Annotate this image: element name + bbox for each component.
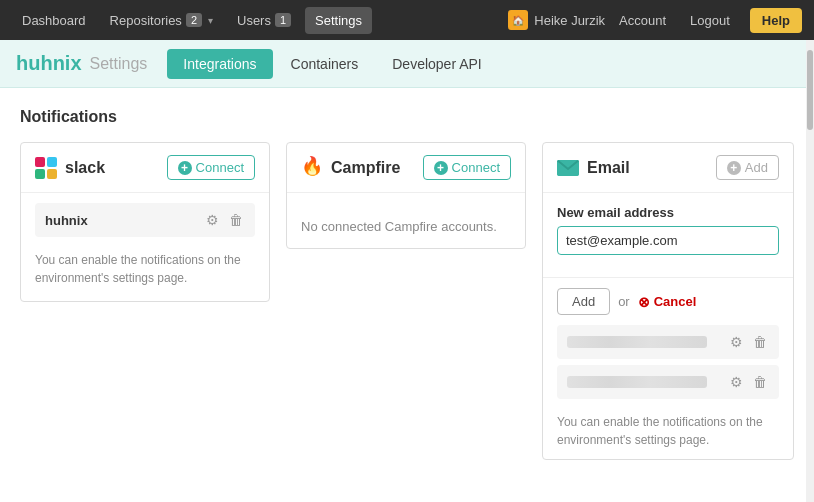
- slack-connect-plus-icon: +: [178, 161, 192, 175]
- slack-icon-q3: [35, 169, 45, 179]
- avatar-initials: 🏠: [512, 15, 524, 26]
- users-badge: 1: [275, 13, 291, 27]
- email-add-label: Add: [745, 160, 768, 175]
- email-name-label: Email: [587, 159, 630, 177]
- email-account-2-settings-button[interactable]: ⚙: [728, 372, 745, 392]
- slack-connect-button[interactable]: + Connect: [167, 155, 255, 180]
- email-accounts-list: ⚙ 🗑 ⚙ 🗑: [543, 325, 793, 409]
- new-email-input[interactable]: [557, 226, 779, 255]
- email-or-text: or: [618, 294, 630, 309]
- slack-connect-label: Connect: [196, 160, 244, 175]
- campfire-card: 🔥 Campfire + Connect No connected Campfi…: [286, 142, 526, 249]
- email-account-row-1: ⚙ 🗑: [557, 325, 779, 359]
- email-icon: [557, 160, 579, 176]
- slack-icon-q1: [35, 157, 45, 167]
- scrollbar-track[interactable]: [806, 40, 814, 502]
- slack-delete-button[interactable]: 🗑: [227, 210, 245, 230]
- email-note: You can enable the notifications on the …: [543, 409, 793, 459]
- email-account-2-actions: ⚙ 🗑: [728, 372, 769, 392]
- integrations-row: slack + Connect huhnix ⚙ 🗑: [20, 142, 794, 460]
- email-cancel-label: Cancel: [654, 294, 697, 309]
- campfire-connect-button[interactable]: + Connect: [423, 155, 511, 180]
- slack-settings-button[interactable]: ⚙: [204, 210, 221, 230]
- tab-integrations[interactable]: Integrations: [167, 49, 272, 79]
- email-add-plus-icon: +: [727, 161, 741, 175]
- nav-dashboard[interactable]: Dashboard: [12, 7, 96, 34]
- email-account-row-2: ⚙ 🗑: [557, 365, 779, 399]
- slack-card-header: slack + Connect: [21, 143, 269, 193]
- user-name: Heike Jurzik: [534, 13, 605, 28]
- slack-icon: [35, 157, 57, 179]
- campfire-name-label: Campfire: [331, 159, 400, 177]
- repositories-dropdown-icon[interactable]: ▾: [208, 15, 213, 26]
- campfire-icon: 🔥: [301, 157, 323, 179]
- brand-logo: huhnix: [16, 52, 82, 75]
- campfire-connect-label: Connect: [452, 160, 500, 175]
- slack-note: You can enable the notifications on the …: [35, 247, 255, 291]
- nav-settings[interactable]: Settings: [305, 7, 372, 34]
- slack-card-body: huhnix ⚙ 🗑 You can enable the notificati…: [21, 193, 269, 301]
- email-cancel-button[interactable]: ⊗ Cancel: [638, 294, 697, 310]
- email-card: Email + Add New email address Add or ⊗: [542, 142, 794, 460]
- slack-account-actions: ⚙ 🗑: [204, 210, 245, 230]
- repositories-badge: 2: [186, 13, 202, 27]
- email-card-header: Email + Add: [543, 143, 793, 193]
- tab-developer-api[interactable]: Developer API: [376, 49, 498, 79]
- email-blurred-2: [567, 376, 707, 388]
- nav-repositories-label: Repositories: [110, 13, 182, 28]
- email-submit-add-button[interactable]: Add: [557, 288, 610, 315]
- email-body: New email address: [543, 193, 793, 267]
- slack-icon-q2: [47, 157, 57, 167]
- email-account-1-settings-button[interactable]: ⚙: [728, 332, 745, 352]
- sub-nav: Integrations Containers Developer API: [167, 49, 497, 79]
- top-nav: Dashboard Repositories 2 ▾ Users 1 Setti…: [0, 0, 814, 40]
- avatar: 🏠: [508, 10, 528, 30]
- email-blurred-1: [567, 336, 707, 348]
- campfire-service-name: 🔥 Campfire: [301, 157, 400, 179]
- email-service-name: Email: [557, 159, 630, 177]
- brand-settings-label: Settings: [90, 55, 148, 73]
- campfire-card-header: 🔥 Campfire + Connect: [287, 143, 525, 193]
- nav-account[interactable]: Account: [609, 7, 676, 34]
- main-content: Notifications slack +: [0, 88, 814, 480]
- slack-service-name: slack: [35, 157, 105, 179]
- email-account-2-delete-button[interactable]: 🗑: [751, 372, 769, 392]
- nav-users-label: Users: [237, 13, 271, 28]
- nav-repositories[interactable]: Repositories 2 ▾: [100, 7, 223, 34]
- tab-containers[interactable]: Containers: [275, 49, 375, 79]
- campfire-connect-plus-icon: +: [434, 161, 448, 175]
- slack-account-name: huhnix: [45, 213, 88, 228]
- slack-icon-q4: [47, 169, 57, 179]
- email-actions-row: Add or ⊗ Cancel: [543, 277, 793, 325]
- notifications-title: Notifications: [20, 108, 794, 126]
- slack-account-row: huhnix ⚙ 🗑: [35, 203, 255, 237]
- email-envelope-svg: [557, 160, 579, 176]
- email-add-button[interactable]: + Add: [716, 155, 779, 180]
- new-email-label: New email address: [557, 205, 779, 220]
- nav-users[interactable]: Users 1: [227, 7, 301, 34]
- cancel-circle-icon: ⊗: [638, 294, 650, 310]
- sub-header: huhnix Settings Integrations Containers …: [0, 40, 814, 88]
- user-info: 🏠 Heike Jurzik: [508, 10, 605, 30]
- scrollbar-thumb[interactable]: [807, 50, 813, 130]
- campfire-body: No connected Campfire accounts.: [287, 193, 525, 248]
- email-account-1-actions: ⚙ 🗑: [728, 332, 769, 352]
- slack-name-label: slack: [65, 159, 105, 177]
- campfire-no-accounts: No connected Campfire accounts.: [301, 219, 511, 234]
- nav-logout[interactable]: Logout: [680, 7, 740, 34]
- slack-card: slack + Connect huhnix ⚙ 🗑: [20, 142, 270, 302]
- email-account-1-delete-button[interactable]: 🗑: [751, 332, 769, 352]
- nav-help[interactable]: Help: [750, 8, 802, 33]
